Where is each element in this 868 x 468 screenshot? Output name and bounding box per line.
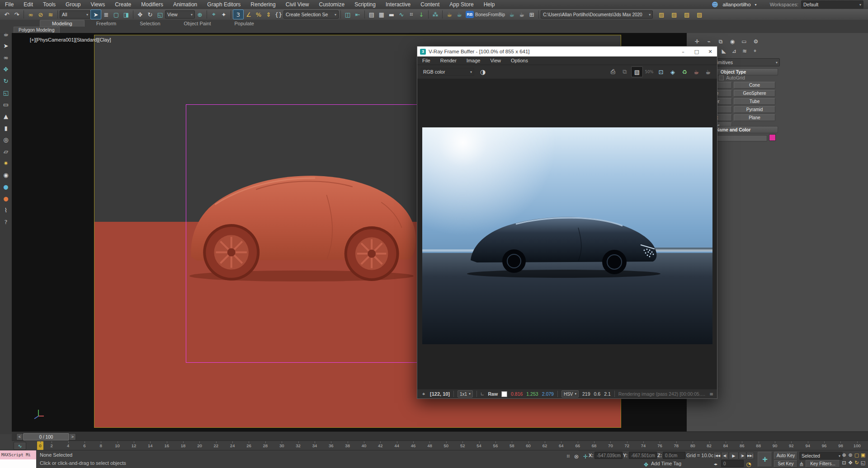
- timeline-tick[interactable]: 52: [454, 441, 471, 450]
- menubar-item[interactable]: Create: [110, 0, 136, 9]
- rect-selection-region-icon[interactable]: ▢: [111, 10, 121, 19]
- vfb-status-menu-icon[interactable]: ≡: [709, 391, 713, 397]
- vfb-menu-item[interactable]: View: [485, 58, 506, 63]
- next-key-button[interactable]: |▶: [739, 452, 746, 459]
- timeline-tick[interactable]: 84: [717, 441, 734, 450]
- menubar-item[interactable]: Edit: [19, 0, 38, 9]
- maximize-viewport-icon[interactable]: ◱: [860, 459, 866, 466]
- maximize-button[interactable]: □: [690, 47, 703, 56]
- link-icon[interactable]: ∞: [26, 10, 36, 19]
- bones-from-bip-label[interactable]: BonesFromBip: [475, 12, 505, 17]
- timeline-tick[interactable]: 94: [800, 441, 816, 450]
- previous-frame-button[interactable]: <: [16, 433, 23, 440]
- timeline-tick[interactable]: 44: [389, 441, 405, 450]
- camera-icon[interactable]: ◉: [1, 170, 11, 179]
- time-slider-handle[interactable]: 0 / 100: [23, 433, 69, 440]
- motion-tab-icon[interactable]: ◉: [728, 37, 736, 45]
- menubar-item[interactable]: File: [0, 0, 19, 9]
- undo-icon[interactable]: ↶: [2, 10, 12, 19]
- reference-coordinate-dropdown[interactable]: View▾: [165, 10, 195, 19]
- menubar-item[interactable]: Civil View: [281, 0, 314, 9]
- clay-car-model[interactable]: [188, 150, 421, 290]
- modify-tab-icon[interactable]: ⌁: [705, 37, 713, 45]
- selection-lock-icon[interactable]: ⊗: [571, 452, 581, 461]
- timeline-tick[interactable]: 54: [471, 441, 487, 450]
- region-render-icon[interactable]: ▧: [631, 66, 643, 77]
- bone-icon[interactable]: ⌇: [1, 206, 11, 215]
- set-keys-button[interactable]: +: [758, 452, 772, 467]
- zoom-icon[interactable]: ⊕: [841, 452, 847, 459]
- systems-icon[interactable]: ⚬: [751, 47, 759, 55]
- previous-key-button[interactable]: ◀|: [721, 452, 729, 459]
- redo-icon[interactable]: ↷: [12, 10, 22, 19]
- save-all-channels-icon[interactable]: ⧉: [619, 67, 630, 77]
- menubar-item[interactable]: Interactive: [381, 0, 415, 9]
- timeline-tick[interactable]: 12: [126, 441, 142, 450]
- follow-mouse-icon[interactable]: ◈: [667, 67, 678, 77]
- primitive-button[interactable]: GeoSphere: [734, 90, 775, 97]
- duplicate-to-host-icon[interactable]: ⊡: [656, 67, 666, 77]
- link-icon[interactable]: ∞: [1, 53, 11, 62]
- zoom-extents-all-icon[interactable]: ▣: [860, 452, 866, 459]
- menubar-item[interactable]: Content: [415, 0, 444, 9]
- select-move-icon[interactable]: ✥: [135, 10, 145, 19]
- zoom-level-dropdown[interactable]: 1x1▾: [458, 390, 473, 398]
- rotate-icon[interactable]: ↻: [1, 76, 11, 85]
- primitive-button[interactable]: Pyramid: [734, 106, 775, 113]
- menubar-item[interactable]: Scripting: [349, 0, 381, 9]
- rendered-frame-window-icon[interactable]: ☕: [454, 10, 464, 19]
- angle-snap-icon[interactable]: ∠: [244, 10, 254, 19]
- menubar-item[interactable]: Customize: [314, 0, 350, 9]
- timeline-tick[interactable]: 28: [257, 441, 274, 450]
- zoom-all-icon[interactable]: ⊛: [847, 452, 854, 459]
- polygon-modeling-panel-tab[interactable]: Polygon Modeling: [14, 27, 60, 33]
- timeline-tick[interactable]: 62: [537, 441, 553, 450]
- select-object-icon[interactable]: ➤: [90, 9, 101, 19]
- key-step-icon[interactable]: ◂▸: [712, 459, 719, 468]
- project-folder-dropdown[interactable]: C:\Users\Allan Portilho\Documents\3ds Ma…: [541, 10, 653, 19]
- key-filters-button[interactable]: Key Filters...: [806, 460, 840, 468]
- pin-icon[interactable]: ⌖: [421, 389, 426, 398]
- go-to-start-button[interactable]: |◀◀: [713, 452, 721, 459]
- curve-editor-icon[interactable]: ∿: [396, 10, 406, 19]
- timeline-tick[interactable]: 92: [783, 441, 799, 450]
- timeline-tick[interactable]: 70: [602, 441, 618, 450]
- username-menu[interactable]: allanportilho: [723, 2, 751, 7]
- vray-frame-buffer-window[interactable]: 3 V-Ray Frame Buffer - [100.0% of 855 x …: [417, 46, 717, 399]
- ribbon-tab-freeform[interactable]: Freeform: [85, 20, 128, 27]
- play-button[interactable]: ▶: [729, 452, 739, 459]
- select-rotate-icon[interactable]: ↻: [145, 10, 155, 19]
- stop-render-icon[interactable]: ☕: [691, 67, 702, 77]
- mirror-icon[interactable]: ◫: [343, 10, 353, 19]
- timeline-tick[interactable]: 22: [208, 441, 224, 450]
- vfb-menu-item[interactable]: File: [417, 58, 435, 63]
- spinner-snap-icon[interactable]: ⇕: [264, 10, 274, 19]
- timeline-tick[interactable]: 20: [191, 441, 208, 450]
- bones-from-bip-icon[interactable]: RB: [466, 11, 474, 18]
- timeline-tick[interactable]: 36: [323, 441, 339, 450]
- timeline-tick[interactable]: 86: [734, 441, 750, 450]
- timeline-tick[interactable]: 72: [619, 441, 635, 450]
- vfb-title-bar[interactable]: 3 V-Ray Frame Buffer - [100.0% of 855 x …: [417, 47, 717, 56]
- window-crossing-icon[interactable]: ◨: [121, 10, 131, 19]
- scale-icon[interactable]: ◱: [1, 88, 11, 97]
- bind-spacewarp-icon[interactable]: ≋: [46, 10, 56, 19]
- timeline-tick[interactable]: 78: [668, 441, 684, 450]
- pan-view-icon[interactable]: ✥: [847, 459, 854, 466]
- hierarchy-tab-icon[interactable]: ⧉: [717, 37, 725, 45]
- menubar-item[interactable]: Animation: [168, 0, 202, 9]
- timeline-tick[interactable]: 82: [701, 441, 717, 450]
- timeline-tick[interactable]: 90: [767, 441, 783, 450]
- viewport-label[interactable]: [+][PhysCamera001][Standard][Clay]: [30, 37, 111, 42]
- menubar-item[interactable]: App Store: [444, 0, 478, 9]
- chevron-down-icon[interactable]: ▾: [754, 0, 758, 9]
- folder-icon[interactable]: ▨: [656, 10, 666, 19]
- timeline-tick[interactable]: 34: [307, 441, 323, 450]
- timeline-tick[interactable]: 80: [684, 441, 701, 450]
- send-down-icon[interactable]: ↓: [416, 10, 426, 19]
- snap-3d-icon[interactable]: 3: [233, 9, 244, 19]
- current-frame-field[interactable]: 0: [721, 460, 744, 467]
- timeline-tick[interactable]: 14: [142, 441, 158, 450]
- align-icon[interactable]: ⇤: [353, 10, 363, 19]
- create-tab-icon[interactable]: ✛: [693, 37, 701, 45]
